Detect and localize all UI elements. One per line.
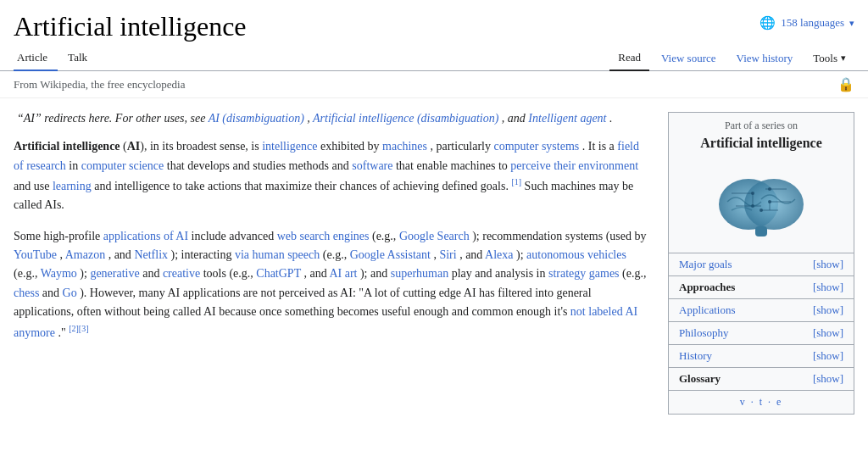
link-waymo[interactable]: Waymo: [41, 267, 77, 280]
link-intelligence[interactable]: intelligence: [262, 140, 317, 153]
link-perceive-environment[interactable]: perceive their environment: [510, 159, 638, 172]
sidebar-row-applications: Applications [show]: [669, 298, 854, 321]
tab-talk[interactable]: Talk: [58, 46, 97, 71]
nav-right: Read View source View history Tools ▾: [609, 46, 854, 70]
chevron-down-icon: ▾: [841, 53, 846, 64]
svg-rect-2: [755, 226, 767, 236]
link-superhuman[interactable]: superhuman: [391, 267, 448, 280]
link-google-search[interactable]: Google Search: [399, 230, 470, 242]
sidebar-box: Part of a series on Artificial intellige…: [668, 112, 854, 415]
footer-e[interactable]: e: [776, 396, 782, 408]
link-software[interactable]: software: [352, 159, 392, 172]
tab-view-source[interactable]: View source: [653, 47, 725, 70]
link-computer-science[interactable]: computer science: [81, 159, 164, 172]
show-applications[interactable]: [show]: [813, 303, 843, 317]
svg-point-12: [768, 200, 771, 203]
link-amazon[interactable]: Amazon: [65, 248, 105, 261]
link-via-human-speech[interactable]: via human speech: [235, 248, 320, 261]
link-siri[interactable]: Siri: [439, 248, 456, 261]
show-glossary[interactable]: [show]: [813, 372, 843, 386]
sidebar-row-glossary: Glossary [show]: [669, 367, 854, 390]
show-major-goals[interactable]: [show]: [813, 258, 843, 271]
link-ai-art[interactable]: AI art: [329, 267, 357, 280]
tab-read[interactable]: Read: [609, 46, 649, 71]
ref-1[interactable]: [1]: [511, 177, 521, 186]
link-philosophy[interactable]: Philosophy: [679, 326, 729, 340]
translate-icon: 🌐: [760, 15, 776, 31]
redirect-note: “AI” redirects here. For other uses, see…: [14, 112, 651, 125]
link-alexa[interactable]: Alexa: [485, 248, 513, 261]
nav-tabs: Article Talk Read View source View histo…: [0, 46, 868, 71]
link-applications[interactable]: Applications: [679, 303, 735, 317]
show-philosophy[interactable]: [show]: [813, 326, 843, 340]
footer-v[interactable]: v: [740, 396, 747, 408]
lock-icon: 🔒: [837, 76, 854, 92]
chevron-down-icon: ▾: [849, 18, 854, 29]
link-youtube[interactable]: YouTube: [14, 248, 57, 261]
svg-point-14: [760, 209, 763, 212]
link-history[interactable]: History: [679, 349, 712, 363]
show-approaches[interactable]: [show]: [813, 281, 843, 294]
link-computer-systems[interactable]: computer systems: [494, 140, 580, 153]
tab-article[interactable]: Article: [14, 46, 58, 71]
link-creative[interactable]: creative: [163, 267, 200, 280]
link-google-assistant[interactable]: Google Assistant: [350, 248, 431, 261]
link-web-search-engines[interactable]: web search engines: [277, 230, 370, 242]
tools-label: Tools: [813, 52, 837, 65]
link-artificial-intelligence-disambig[interactable]: Artificial intelligence (disambiguation): [313, 112, 498, 125]
lang-count: 158 languages: [781, 16, 844, 30]
brain-image: [710, 161, 812, 246]
sidebar-series-label: Part of a series on: [669, 113, 854, 134]
link-ai-disambig[interactable]: AI (disambiguation): [209, 112, 304, 125]
show-history[interactable]: [show]: [813, 349, 843, 363]
link-chatgpt[interactable]: ChatGPT: [256, 267, 301, 280]
intro-paragraph-2: Some high-profile applications of AI inc…: [14, 227, 651, 342]
link-netflix[interactable]: Netflix: [134, 248, 168, 261]
link-go[interactable]: Go: [63, 287, 77, 299]
content-area: “AI” redirects here. For other uses, see…: [0, 98, 868, 415]
sidebar-row-philosophy: Philosophy [show]: [669, 321, 854, 344]
link-major-goals[interactable]: Major goals: [679, 258, 732, 271]
link-learning[interactable]: learning: [53, 180, 92, 192]
tools-menu[interactable]: Tools ▾: [804, 47, 854, 70]
sidebar-footer: v · t · e: [669, 390, 854, 414]
from-line: From Wikipedia, the free encyclopedia 🔒: [0, 71, 868, 98]
footer-t[interactable]: t: [760, 396, 764, 408]
bold-ai: Artificial intelligence: [14, 140, 120, 153]
from-text: From Wikipedia, the free encyclopedia: [14, 78, 185, 92]
sidebar-row-history: History [show]: [669, 344, 854, 367]
sidebar-row-approaches: Approaches [show]: [669, 275, 854, 298]
link-chess[interactable]: chess: [14, 287, 39, 299]
label-approaches: Approaches: [679, 281, 735, 294]
sidebar-row-major-goals: Major goals [show]: [669, 253, 854, 275]
link-intelligent-agent[interactable]: Intelligent agent: [528, 112, 606, 125]
label-glossary: Glossary: [679, 372, 721, 386]
link-generative[interactable]: generative: [90, 267, 139, 280]
svg-point-10: [751, 192, 754, 195]
intro-paragraph-1: Artificial intelligence (AI), in its bro…: [14, 137, 651, 214]
link-strategy-games[interactable]: strategy games: [548, 267, 620, 280]
link-machines[interactable]: machines: [382, 140, 427, 153]
ref-2-3[interactable]: [2][3]: [69, 324, 88, 333]
svg-point-13: [768, 187, 771, 191]
page-title: Artificial intelligence: [14, 7, 247, 42]
tab-view-history[interactable]: View history: [728, 47, 802, 70]
sidebar-series-title: Artificial intelligence: [669, 134, 854, 158]
top-header: Artificial intelligence 🌐 158 languages …: [0, 0, 868, 42]
main-content: “AI” redirects here. For other uses, see…: [14, 112, 651, 415]
language-button[interactable]: 🌐 158 languages ▾: [760, 7, 854, 31]
nav-left: Article Talk: [14, 46, 97, 70]
link-applications-of-ai[interactable]: applications of AI: [103, 230, 188, 242]
link-autonomous-vehicles[interactable]: autonomous vehicles: [526, 248, 626, 261]
